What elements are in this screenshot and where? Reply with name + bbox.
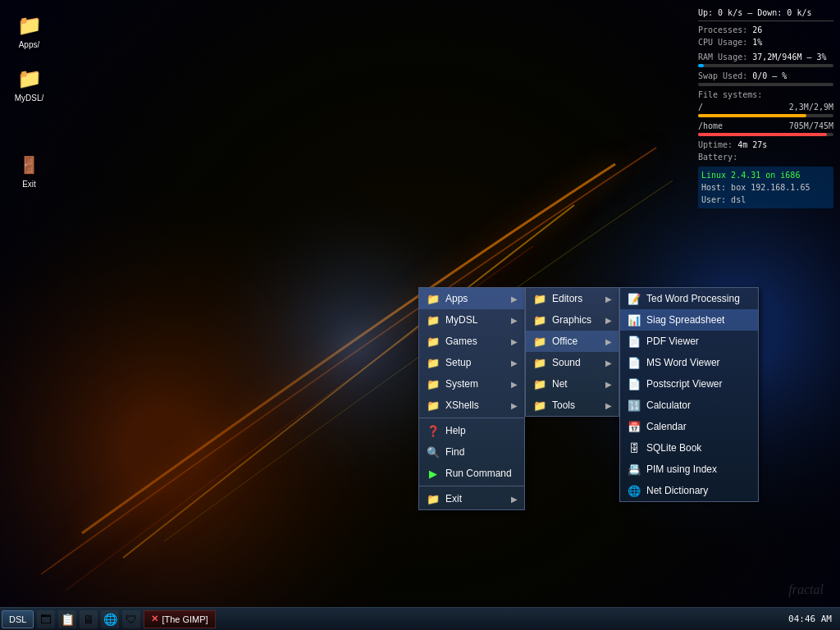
games-arrow: ▶ — [511, 337, 518, 346]
office-submenu: 📝 Ted Word Processing 📊 Siag Spreadsheet… — [619, 287, 759, 502]
setup-menu-icon: 📁 — [426, 355, 441, 370]
system-menu-icon: 📁 — [426, 377, 441, 391]
taskbar: DSL 🗔 📋 🖥 🌐 🛡 ✕ [The GIMP] 04:46 AM — [0, 607, 840, 630]
ted-icon: 📝 — [627, 291, 641, 306]
menu-item-setup[interactable]: 📁 Setup ▶ — [419, 352, 524, 373]
menu-item-run[interactable]: ▶ Run Command — [419, 463, 524, 484]
apps-icon-label: Apps/ — [19, 40, 40, 49]
net-icon: 📁 — [532, 377, 547, 391]
sqlite-icon: 🗄 — [627, 441, 641, 455]
menu-item-games[interactable]: 📁 Games ▶ — [419, 331, 524, 352]
taskbar-clock: 04:46 AM — [780, 614, 840, 624]
run-menu-icon: ▶ — [426, 466, 441, 481]
sound-arrow: ▶ — [605, 358, 612, 368]
menu-item-help[interactable]: ❓ Help — [419, 420, 524, 441]
menu-item-system[interactable]: 📁 System ▶ — [419, 373, 524, 395]
taskbar-icon-4[interactable]: 🌐 — [101, 610, 119, 628]
xshells-menu-icon: 📁 — [426, 398, 441, 413]
office-item-netdict[interactable]: 🌐 Net Dictionary — [620, 480, 758, 501]
exit-icon-label: Exit — [22, 180, 36, 189]
apps-menu-icon: 📁 — [426, 291, 441, 306]
netdict-icon: 🌐 — [627, 483, 641, 498]
exit-menu-icon: 📁 — [426, 491, 441, 506]
submenu-item-graphics[interactable]: 📁 Graphics ▶ — [526, 309, 619, 331]
games-menu-icon: 📁 — [426, 334, 441, 349]
postscript-icon: 📄 — [627, 377, 641, 391]
graphics-arrow: ▶ — [605, 316, 612, 325]
desktop-icon-apps[interactable]: 📁 Apps/ — [7, 12, 52, 49]
office-icon: 📁 — [532, 334, 547, 349]
system-arrow: ▶ — [511, 380, 518, 389]
submenu-item-editors[interactable]: 📁 Editors ▶ — [526, 288, 619, 309]
menu-divider-1 — [419, 418, 524, 418]
find-menu-icon: 🔍 — [426, 445, 441, 459]
taskbar-icon-5[interactable]: 🛡 — [122, 610, 140, 628]
office-arrow: ▶ — [605, 337, 612, 346]
apps-submenu: 📁 Editors ▶ 📁 Graphics ▶ 📁 Office ▶ 📁 So… — [525, 287, 619, 417]
xshells-arrow: ▶ — [511, 401, 518, 410]
office-item-pim[interactable]: 📇 PIM using Index — [620, 459, 758, 480]
editors-icon: 📁 — [532, 291, 547, 306]
apps-arrow: ▶ — [511, 294, 518, 304]
mydsl-arrow: ▶ — [511, 316, 518, 325]
editors-arrow: ▶ — [605, 294, 612, 304]
taskbar-icon-3[interactable]: 🖥 — [80, 610, 98, 628]
office-item-pdf[interactable]: 📄 PDF Viewer — [620, 331, 758, 352]
tools-icon: 📁 — [532, 398, 547, 413]
siag-icon: 📊 — [627, 313, 641, 327]
gimp-taskbar-window[interactable]: ✕ [The GIMP] — [144, 610, 215, 628]
setup-arrow: ▶ — [511, 358, 518, 368]
office-item-msword[interactable]: 📄 MS Word Viewer — [620, 352, 758, 373]
graphics-icon: 📁 — [532, 313, 547, 327]
tools-arrow: ▶ — [605, 401, 612, 410]
submenu-item-tools[interactable]: 📁 Tools ▶ — [526, 395, 619, 416]
exit-arrow: ▶ — [511, 495, 518, 504]
office-item-calculator[interactable]: 🔢 Calculator — [620, 395, 758, 416]
net-status: Up: 0 k/s – Down: 0 k/s — [698, 7, 833, 21]
context-menu: 📁 Apps ▶ 📁 MyDSL ▶ 📁 Games ▶ 📁 Setup ▶ 📁 — [418, 287, 759, 510]
calendar-icon: 📅 — [627, 419, 641, 434]
pdf-icon: 📄 — [627, 334, 641, 349]
sound-icon: 📁 — [532, 355, 547, 370]
help-menu-icon: ❓ — [426, 423, 441, 438]
menu-divider-2 — [419, 486, 524, 486]
system-monitor: Up: 0 k/s – Down: 0 k/s Processes: 26 CP… — [698, 7, 833, 208]
desktop-icon-mydsl[interactable]: 📁 MyDSL/ — [7, 66, 52, 103]
menu-item-xshells[interactable]: 📁 XShells ▶ — [419, 395, 524, 416]
office-item-calendar[interactable]: 📅 Calendar — [620, 416, 758, 437]
mydsl-icon-label: MyDSL/ — [15, 94, 44, 103]
taskbar-icon-1[interactable]: 🗔 — [37, 610, 55, 628]
mydsl-folder-icon: 📁 — [16, 66, 43, 92]
mydsl-menu-icon: 📁 — [426, 313, 441, 327]
submenu-item-net[interactable]: 📁 Net ▶ — [526, 373, 619, 395]
exit-icon: 🚪 — [16, 152, 43, 178]
menu-item-mydsl[interactable]: 📁 MyDSL ▶ — [419, 309, 524, 331]
taskbar-icon-2[interactable]: 📋 — [58, 610, 76, 628]
msword-icon: 📄 — [627, 355, 641, 370]
office-item-postscript[interactable]: 📄 Postscript Viewer — [620, 373, 758, 395]
calculator-icon: 🔢 — [627, 398, 641, 413]
apps-folder-icon: 📁 — [16, 12, 43, 39]
office-item-sqlite[interactable]: 🗄 SQLite Book — [620, 437, 758, 459]
menu-item-find[interactable]: 🔍 Find — [419, 441, 524, 463]
submenu-item-office[interactable]: 📁 Office ▶ — [526, 331, 619, 352]
main-menu: 📁 Apps ▶ 📁 MyDSL ▶ 📁 Games ▶ 📁 Setup ▶ 📁 — [418, 287, 525, 510]
net-arrow: ▶ — [605, 380, 612, 389]
office-item-siag[interactable]: 📊 Siag Spreadsheet — [620, 309, 758, 331]
desktop-icon-exit[interactable]: 🚪 Exit — [7, 152, 52, 189]
menu-item-exit[interactable]: 📁 Exit ▶ — [419, 488, 524, 509]
gimp-close-icon: ✕ — [151, 614, 158, 624]
submenu-item-sound[interactable]: 📁 Sound ▶ — [526, 352, 619, 373]
dsl-button[interactable]: DSL — [2, 610, 34, 628]
menu-item-apps[interactable]: 📁 Apps ▶ — [419, 288, 524, 309]
watermark: fractal — [788, 582, 824, 597]
pim-icon: 📇 — [627, 462, 641, 477]
office-item-ted[interactable]: 📝 Ted Word Processing — [620, 288, 758, 309]
